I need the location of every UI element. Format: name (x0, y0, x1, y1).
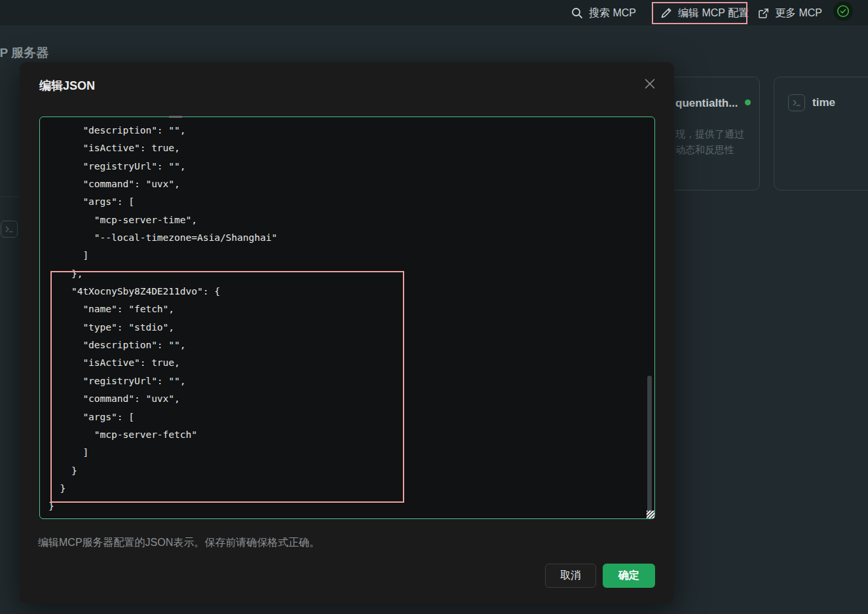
search-mcp-label: 搜索 MCP (589, 7, 636, 20)
topbar: 搜索 MCP 编辑 MCP 配置 更多 MCP (0, 0, 868, 26)
edit-json-dialog: 编辑JSON "description": "", "isActive": tr… (20, 62, 674, 604)
terminal-icon (788, 94, 805, 111)
json-editor-container: "description": "", "isActive": true, "re… (39, 117, 655, 519)
close-icon (644, 78, 656, 90)
json-editor-textarea[interactable]: "description": "", "isActive": true, "re… (40, 117, 654, 518)
status-indicator[interactable] (833, 1, 853, 21)
active-status-dot (745, 99, 751, 105)
server-card-description-line1: 现，提供了通过 (675, 126, 744, 142)
server-card-time[interactable]: time (774, 77, 868, 190)
resize-handle-icon[interactable] (647, 511, 654, 518)
edit-mcp-config-label: 编辑 MCP 配置 (678, 7, 749, 20)
edit-mcp-config-button[interactable]: 编辑 MCP 配置 (660, 0, 749, 26)
more-mcp-label: 更多 MCP (775, 7, 822, 20)
terminal-icon (1, 221, 18, 238)
close-button[interactable] (643, 77, 657, 91)
search-icon (571, 7, 583, 19)
page-title: MCP 服务器 (0, 45, 48, 62)
server-card-title: quentialth... (675, 97, 738, 110)
dialog-helper-text: 编辑MCP服务器配置的JSON表示。保存前请确保格式正确。 (38, 536, 320, 550)
cancel-button[interactable]: 取消 (545, 564, 596, 588)
pencil-icon (660, 7, 672, 19)
more-mcp-button[interactable]: 更多 MCP (758, 0, 822, 26)
external-link-icon (758, 8, 769, 19)
search-mcp-button[interactable]: 搜索 MCP (571, 0, 636, 26)
dialog-title: 编辑JSON (39, 78, 95, 94)
dialog-button-row: 取消 确定 (545, 564, 655, 588)
editor-scrollbar-thumb[interactable] (647, 376, 652, 515)
section-divider (0, 196, 20, 197)
server-card-description-line2: 动态和反思性 (675, 142, 734, 158)
confirm-button[interactable]: 确定 (603, 564, 655, 588)
server-card-title: time (812, 96, 835, 109)
check-circle-icon (836, 4, 850, 18)
